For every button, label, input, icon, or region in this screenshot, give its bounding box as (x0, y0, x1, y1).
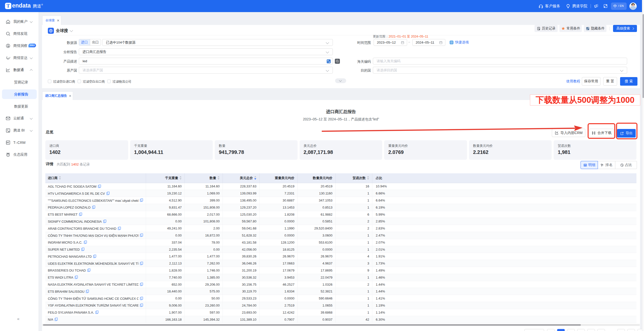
svg-text:A: A (329, 61, 330, 63)
svg-text:BI: BI (8, 130, 10, 132)
